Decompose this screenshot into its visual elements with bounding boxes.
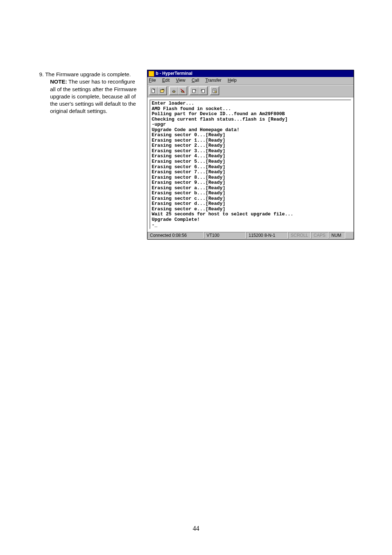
send-icon[interactable]	[190, 87, 199, 95]
disconnect-icon[interactable]	[178, 87, 187, 95]
new-file-icon[interactable]	[149, 87, 158, 95]
toolbar-group-transfer	[189, 86, 208, 95]
status-connected: Connected 0:08:56	[147, 232, 204, 239]
step-number: 9.	[39, 71, 44, 77]
step-text: 9. The Firmware upgrade is complete.	[39, 71, 139, 78]
toolbar-group-call	[169, 86, 187, 95]
toolbar-group-file	[149, 86, 167, 95]
app-icon	[148, 71, 154, 77]
status-scroll: SCROLL	[288, 232, 311, 239]
svg-rect-5	[202, 90, 204, 93]
instruction-column: 9. The Firmware upgrade is complete. NOT…	[39, 71, 139, 115]
status-caps: CAPS	[311, 232, 328, 239]
properties-icon[interactable]	[210, 87, 219, 95]
status-vt: VT100	[204, 232, 246, 239]
svg-rect-4	[193, 90, 195, 93]
console-area: Enter loader... AMD Flash found in socke…	[147, 97, 354, 231]
menu-call[interactable]: Call	[192, 78, 199, 83]
svg-rect-9	[215, 91, 216, 93]
note-block: NOTE: The user has to reconfigure all of…	[39, 78, 139, 115]
page: 9. The Firmware upgrade is complete. NOT…	[0, 0, 392, 555]
page-number: 44	[0, 525, 392, 532]
console-output[interactable]: Enter loader... AMD Flash found in socke…	[150, 100, 351, 229]
open-file-icon[interactable]	[158, 87, 167, 95]
step-body: The Firmware upgrade is complete.	[45, 71, 131, 77]
hyperterminal-window: b - HyperTerminal File Edit View Call Tr…	[147, 70, 354, 239]
status-baud: 115200 8-N-1	[246, 232, 288, 239]
svg-rect-1	[173, 92, 175, 93]
titlebar[interactable]: b - HyperTerminal	[147, 70, 354, 77]
receive-icon[interactable]	[199, 87, 207, 95]
menu-transfer[interactable]: Transfer	[205, 78, 221, 83]
connect-icon[interactable]	[170, 87, 178, 95]
status-num: NUM	[329, 232, 345, 239]
menu-help[interactable]: Help	[228, 78, 237, 83]
menu-edit[interactable]: Edit	[162, 78, 170, 83]
window-title: b - HyperTerminal	[156, 70, 192, 77]
statusbar: Connected 0:08:56 VT100 115200 8-N-1 SCR…	[147, 231, 354, 239]
note-lead: NOTE:	[50, 78, 67, 85]
menu-view[interactable]: View	[176, 78, 185, 83]
toolbar	[147, 85, 354, 97]
menu-file[interactable]: File	[149, 78, 156, 83]
toolbar-group-props	[210, 86, 219, 95]
menubar: File Edit View Call Transfer Help	[147, 77, 354, 85]
